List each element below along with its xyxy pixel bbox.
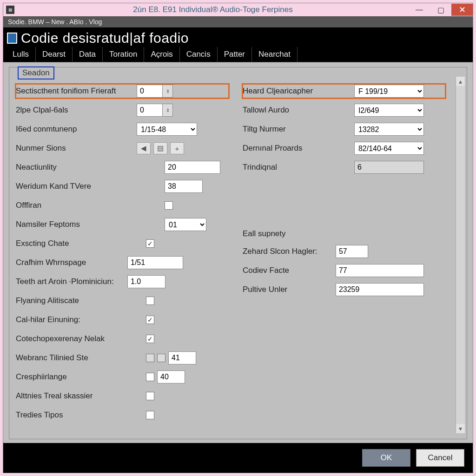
tab-toration[interactable]: Toration: [103, 47, 144, 62]
checkbox-calhilar[interactable]: [146, 316, 154, 324]
label-tallowl: Tallowl Aurdo: [243, 106, 354, 115]
stepper-2lpe[interactable]: ⇕: [137, 104, 173, 117]
tab-data[interactable]: Data: [73, 47, 103, 62]
input-sectischtent[interactable]: [137, 85, 163, 98]
input-crafhim[interactable]: [127, 256, 183, 269]
checkbox-alttnies[interactable]: [146, 392, 154, 400]
row-alttnies: Alttnies Treal skassier: [16, 389, 229, 403]
tab-patter[interactable]: Patter: [218, 47, 252, 62]
input-2lpe[interactable]: [137, 104, 163, 117]
row-cotecho: Cotechopexerenay Nelak: [16, 332, 229, 346]
radio-webranc-a[interactable]: [146, 354, 154, 362]
label-nunmer-sions: Nunmer Sions: [16, 144, 137, 153]
app-window: ▦ 2ùn E8. E91 Individual® Audio-Toge Fer…: [3, 3, 473, 473]
select-heard[interactable]: F 199/19: [354, 85, 424, 98]
select-dernmal[interactable]: 82/140-64: [354, 142, 424, 155]
row-sectischtent: Sectiscthent fonifiom Frieraft ⇕: [16, 84, 229, 98]
label-crafhim: Crafhim Whrnspage: [16, 258, 127, 267]
spacer: [243, 179, 445, 221]
input-weridum[interactable]: [165, 180, 203, 193]
plus-icon[interactable]: +: [170, 142, 184, 154]
radio-webranc-b[interactable]: [157, 354, 165, 362]
main-title-row: Codie desisratud|af foadio: [3, 27, 473, 47]
label-neactiunlity: Neactiunlity: [16, 163, 137, 172]
row-dernmal: Dernınal Proards 82/140-64: [243, 141, 445, 155]
row-flyaning: Flyaning Alitiscate: [16, 294, 229, 308]
tab-acrois[interactable]: Açrois: [144, 47, 179, 62]
row-codiev: Codiev Facte: [243, 264, 445, 278]
row-2lpe: 2lpe Clpal-6als ⇕: [16, 103, 229, 117]
back-icon[interactable]: ◀: [137, 142, 151, 154]
input-zehard[interactable]: [336, 245, 368, 258]
right-column: Heard Cljearicapher F 199/19 Tallowl Aur…: [243, 84, 458, 433]
label-sectischtent: Sectiscthent fonifiom Frieraft: [16, 86, 137, 96]
checkbox-flyaning[interactable]: [146, 297, 154, 305]
label-offfiran: Offfiran: [16, 201, 137, 210]
tab-cancis[interactable]: Cancis: [180, 47, 218, 62]
scroll-down-icon[interactable]: ▾: [456, 424, 465, 433]
label-2lpe: 2lpe Clpal-6als: [16, 106, 137, 115]
footer: OK Cancel: [3, 443, 473, 473]
label-pultive: Pultive Unler: [243, 285, 336, 294]
input-trindiqnal[interactable]: [354, 161, 424, 174]
row-trindiqnal: Trindiqnal: [243, 160, 445, 174]
tab-lulls[interactable]: Lulls: [6, 47, 36, 62]
columns: Sectiscthent fonifiom Frieraft ⇕ 2lpe Cl…: [16, 84, 458, 433]
document-icon: [7, 33, 17, 44]
label-codiev: Codiev Facte: [243, 266, 336, 275]
row-zehard: Zehard Slcon Hagler:: [243, 245, 445, 258]
checkbox-exscting[interactable]: [146, 239, 154, 248]
input-pultive[interactable]: [336, 283, 424, 296]
app-icon: ▦: [6, 6, 14, 14]
stepper-sectischtent[interactable]: ⇕: [137, 85, 173, 98]
titlebar: ▦ 2ùn E8. E91 Individual® Audio-Toge Fer…: [3, 3, 473, 16]
ok-button[interactable]: OK: [362, 449, 410, 467]
scrollbar[interactable]: ▴ ▾: [456, 77, 465, 433]
tab-dearst[interactable]: Dearst: [36, 47, 73, 62]
select-tiltg[interactable]: 13282: [354, 123, 424, 136]
row-cresphi: Cresphiirlange: [16, 370, 229, 384]
stepper-arrows-icon[interactable]: ⇕: [163, 85, 173, 98]
maximize-button[interactable]: ▢: [430, 4, 451, 16]
tool-icon[interactable]: ▤: [153, 142, 167, 154]
input-codiev[interactable]: [336, 264, 424, 277]
stepper-arrows-icon[interactable]: ⇕: [163, 104, 173, 117]
scroll-up-icon[interactable]: ▴: [456, 77, 465, 86]
group-seadon: Seadon Sectiscthent fonifiom Frieraft ⇕: [9, 67, 467, 439]
close-button[interactable]: ✕: [451, 4, 473, 16]
row-pultive: Pultive Unler: [243, 283, 445, 297]
sub-heading-eall: Eall supnety: [243, 229, 445, 238]
label-cresphi: Cresphiirlange: [16, 372, 137, 382]
label-i6ed: I6ed conmtunenp: [16, 125, 137, 134]
select-namsiler[interactable]: 01: [165, 218, 206, 231]
input-cresphi[interactable]: [157, 370, 185, 383]
row-webranc: Webranc Tilinied Ste: [16, 351, 229, 365]
header: Sodie. BMW – New . ABIo . Vlog Codie des…: [3, 16, 473, 62]
row-crafhim: Crafhim Whrnspage: [16, 256, 229, 270]
checkbox-tredies[interactable]: [146, 411, 154, 419]
select-i6ed[interactable]: 1/15-48: [137, 123, 197, 136]
checkbox-cresphi[interactable]: [146, 373, 154, 381]
row-nunmer-sions: Nunmer Sions ◀ ▤ +: [16, 141, 229, 155]
select-tallowl[interactable]: I2/649: [354, 104, 424, 117]
row-tallowl: Tallowl Aurdo I2/649: [243, 103, 445, 117]
row-exscting: Exscting Chate: [16, 237, 229, 251]
label-dernmal: Dernınal Proards: [243, 144, 354, 153]
page-title: Codie desisratud|af foadio: [21, 30, 189, 46]
label-tredies: Tredies Tipos: [16, 410, 137, 420]
checkbox-offfiran[interactable]: [165, 201, 173, 210]
tab-nearchat[interactable]: Nearchat: [252, 47, 298, 62]
label-exscting: Exscting Chate: [16, 239, 137, 248]
row-teeth: Teeth art Aroin ·Plominiciun:: [16, 275, 229, 289]
label-alttnies: Alttnies Treal skassier: [16, 391, 137, 401]
label-tiltg: Tiltg Nurmer: [243, 125, 354, 134]
input-webranc[interactable]: [168, 351, 196, 364]
input-neactiunlity[interactable]: [165, 161, 220, 174]
row-calhilar: Cal-hilar Einuning:: [16, 313, 229, 327]
row-heard: Heard Cljearicapher F 199/19: [243, 84, 445, 98]
input-teeth[interactable]: [127, 275, 165, 288]
checkbox-cotecho[interactable]: [146, 335, 154, 343]
minimize-button[interactable]: —: [409, 4, 430, 16]
cancel-button[interactable]: Cancel: [416, 449, 464, 467]
label-teeth: Teeth art Aroin ·Plominiciun:: [16, 277, 127, 286]
